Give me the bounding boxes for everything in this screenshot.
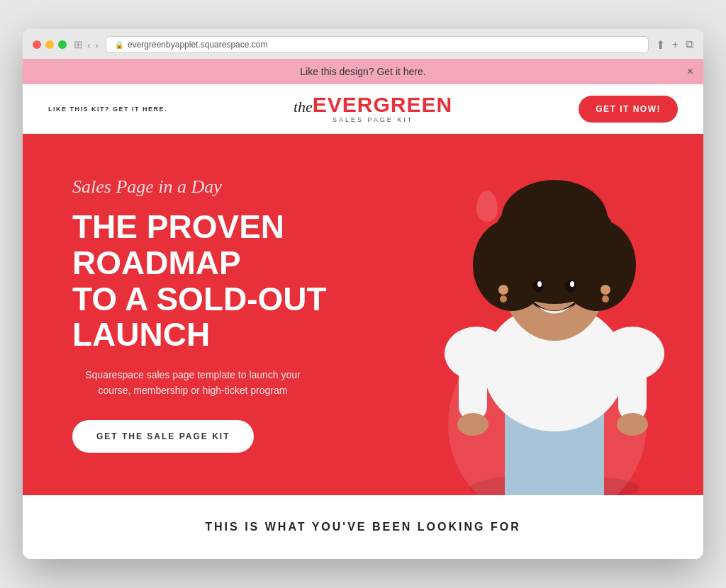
- close-traffic-light[interactable]: [33, 40, 41, 49]
- svg-point-7: [457, 413, 488, 436]
- copy-icon[interactable]: ⧉: [686, 38, 693, 52]
- fullscreen-traffic-light[interactable]: [58, 40, 67, 49]
- browser-chrome: ⊞ ‹ › 🔒 evergreenbyapplet.squarespace.co…: [23, 29, 703, 59]
- bottom-heading: THIS IS WHAT YOU'VE BEEN LOOKING FOR: [37, 521, 689, 533]
- svg-point-17: [498, 285, 508, 295]
- hero-content: Sales Page in a Day THE PROVEN ROADMAP T…: [23, 134, 397, 494]
- site-header: LIKE THIS KIT? GET IT HERE. the EVERGREE…: [23, 84, 703, 134]
- svg-point-20: [602, 295, 609, 303]
- logo-evergreen: EVERGREEN: [313, 94, 452, 115]
- hero-image-area: [363, 134, 703, 494]
- forward-button[interactable]: ›: [95, 39, 99, 51]
- person-image: [420, 162, 689, 495]
- lock-icon: 🔒: [115, 41, 123, 49]
- svg-point-22: [570, 281, 574, 287]
- svg-point-16: [565, 280, 576, 293]
- svg-point-8: [617, 413, 648, 436]
- announcement-banner: Like this design? Get it here. ×: [23, 59, 703, 84]
- logo-subtitle: SALES PAGE KIT: [294, 116, 452, 123]
- svg-rect-5: [459, 364, 487, 421]
- header-left-label: LIKE THIS KIT? GET IT HERE.: [48, 106, 167, 113]
- logo-the: the: [294, 98, 313, 116]
- svg-point-15: [532, 280, 544, 293]
- site-logo: the EVERGREEN SALES PAGE KIT: [294, 94, 452, 123]
- svg-point-18: [500, 295, 507, 303]
- browser-nav-controls: ⊞ ‹ ›: [74, 38, 99, 51]
- svg-point-14: [501, 180, 608, 258]
- banner-text: Like this design? Get it here.: [300, 66, 425, 77]
- bottom-section: THIS IS WHAT YOU'VE BEEN LOOKING FOR: [23, 495, 703, 559]
- new-tab-icon[interactable]: +: [672, 38, 678, 52]
- view-icon: ⊞: [74, 38, 83, 51]
- minimize-traffic-light[interactable]: [45, 40, 54, 49]
- share-icon[interactable]: ⬆: [656, 38, 665, 52]
- svg-rect-6: [618, 364, 647, 421]
- hero-headline: THE PROVEN ROADMAP TO A SOLD-OUT LAUNCH: [72, 209, 354, 352]
- hero-headline-line2: TO A SOLD-OUT LAUNCH: [72, 281, 327, 354]
- svg-point-19: [601, 285, 610, 295]
- hero-headline-line1: THE PROVEN ROADMAP: [72, 208, 284, 281]
- header-cta-button[interactable]: GET IT NOW!: [579, 96, 678, 123]
- back-button[interactable]: ‹: [87, 39, 91, 51]
- traffic-lights: [33, 40, 67, 49]
- address-bar[interactable]: 🔒 evergreenbyapplet.squarespace.com: [106, 36, 649, 53]
- hero-section: Sales Page in a Day THE PROVEN ROADMAP T…: [23, 134, 703, 494]
- hero-subtext: Squarespace sales page template to launc…: [72, 367, 313, 399]
- url-text: evergreenbyapplet.squarespace.com: [128, 40, 267, 50]
- browser-window: ⊞ ‹ › 🔒 evergreenbyapplet.squarespace.co…: [23, 29, 703, 558]
- svg-point-21: [537, 281, 542, 287]
- browser-actions: ⬆ + ⧉: [656, 38, 693, 52]
- website-content: Like this design? Get it here. × LIKE TH…: [23, 59, 703, 558]
- close-banner-button[interactable]: ×: [687, 65, 693, 78]
- hero-cta-button[interactable]: GET THE SALE PAGE Kit: [72, 420, 254, 453]
- hero-script-text: Sales Page in a Day: [72, 176, 354, 198]
